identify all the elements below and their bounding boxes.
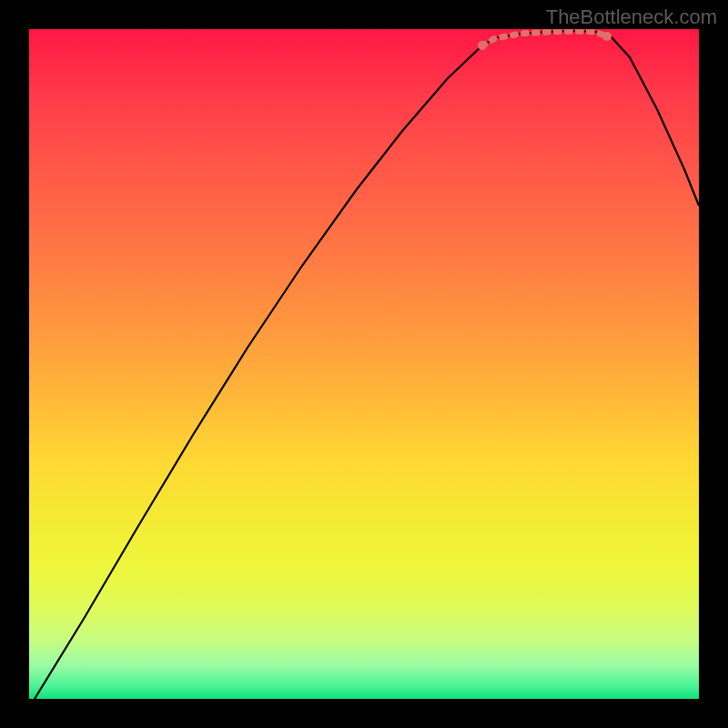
bottleneck-curve: [35, 31, 699, 699]
highlight-path: [482, 31, 607, 46]
highlight-end-dot: [602, 32, 612, 41]
highlight-end-dot: [478, 41, 487, 50]
watermark-text: TheBottleneck.com: [546, 5, 717, 29]
chart-svg: [29, 29, 699, 699]
plot-area: [29, 29, 699, 699]
highlight-markers: [478, 31, 612, 50]
